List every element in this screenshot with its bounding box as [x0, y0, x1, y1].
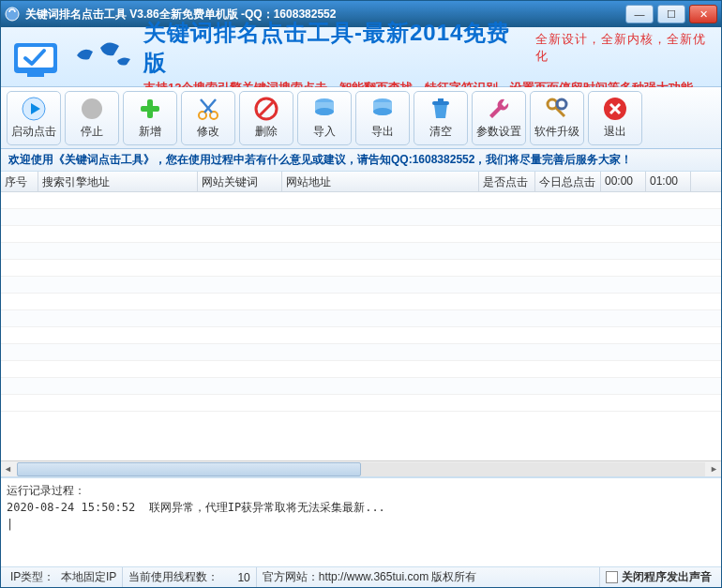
scroll-track[interactable] [17, 462, 705, 476]
play-icon [21, 96, 47, 122]
forbidden-icon [253, 96, 279, 122]
settings-button[interactable]: 参数设置 [472, 91, 526, 145]
svg-point-16 [315, 108, 334, 115]
table-row [1, 294, 721, 310]
svg-line-14 [260, 102, 273, 115]
db-in-icon [311, 96, 338, 122]
delete-button[interactable]: 删除 [239, 91, 293, 145]
scissors-icon [195, 96, 221, 122]
table-row [1, 226, 721, 243]
status-iptype: IP类型： 本地固定IP [5, 567, 123, 587]
x-circle-icon [602, 96, 628, 122]
col-today[interactable]: 今日总点击 [535, 172, 601, 191]
col-keyword[interactable]: 网站关键词 [198, 172, 282, 191]
edit-button[interactable]: 修改 [181, 91, 235, 145]
horizontal-scrollbar[interactable]: ◄ ► [1, 460, 721, 476]
banner: 关键词排名点击工具-最新2014免费版 全新设计，全新内核，全新优化 支持12个… [1, 27, 721, 87]
col-click[interactable]: 是否点击 [479, 172, 535, 191]
table-row [1, 209, 721, 226]
toolbar: 启动点击 停止 新增 修改 删除 导入 导出 清空 参数设置 软件升级 退出 [1, 87, 721, 149]
welcome-bar: 欢迎使用《关键词点击工具》，您在使用过程中若有什么意见或建议，请告知QQ:160… [1, 149, 721, 172]
table-row [1, 378, 721, 395]
table-body[interactable] [1, 192, 721, 460]
table-row [1, 361, 721, 378]
banner-text: 关键词排名点击工具-最新2014免费版 全新设计，全新内核，全新优化 支持12个… [143, 18, 714, 97]
import-button[interactable]: 导入 [297, 91, 352, 145]
col-h00[interactable]: 00:00 [601, 172, 646, 191]
status-sound[interactable]: 关闭程序发出声音 [600, 567, 717, 587]
sound-checkbox[interactable] [606, 571, 618, 583]
export-button[interactable]: 导出 [355, 91, 410, 145]
clear-button[interactable]: 清空 [414, 91, 468, 145]
table-header: 序号 搜索引擎地址 网站关键词 网站地址 是否点击 今日总点击 00:00 01… [1, 172, 721, 192]
banner-suffix: 全新设计，全新内核，全新优化 [535, 31, 714, 65]
table-row [1, 344, 721, 361]
wrench-icon [486, 96, 512, 122]
exit-button[interactable]: 退出 [588, 91, 642, 145]
status-site: 官方网站： http://www.365tui.com 版权所有 [257, 567, 600, 587]
log-panel[interactable]: 运行记录过程： 2020-08-24 15:50:52 联网异常，代理IP获异常… [1, 476, 721, 566]
svg-point-18 [373, 108, 392, 115]
table-row [1, 192, 721, 209]
plus-icon [137, 96, 163, 122]
col-h01[interactable]: 01:00 [646, 172, 691, 191]
banner-logo [8, 34, 72, 81]
svg-point-6 [82, 98, 102, 119]
upgrade-button[interactable]: 软件升级 [530, 91, 584, 145]
stop-icon [79, 96, 105, 122]
scroll-right-arrow[interactable]: ► [706, 462, 722, 476]
table-row [1, 327, 721, 344]
statusbar: IP类型： 本地固定IP 当前使用线程数： 10 官方网站： http://ww… [1, 566, 721, 587]
col-url[interactable]: 网站地址 [282, 172, 479, 191]
table-row [1, 395, 721, 412]
table-row [1, 243, 721, 260]
banner-title: 关键词排名点击工具-最新2014免费版 [143, 18, 522, 78]
stop-button[interactable]: 停止 [65, 91, 119, 145]
db-out-icon [369, 96, 396, 122]
main-window: 关键词排名点击工具 V3.86全新免费单机版 -QQ：1608382552 — … [0, 0, 722, 588]
svg-rect-20 [438, 98, 444, 102]
trash-icon [428, 96, 454, 122]
scroll-thumb[interactable] [17, 462, 361, 476]
app-icon [5, 7, 20, 22]
table-row [1, 277, 721, 294]
start-button[interactable]: 启动点击 [7, 91, 61, 145]
col-engine[interactable]: 搜索引擎地址 [38, 172, 198, 191]
svg-point-23 [557, 99, 566, 109]
status-threads: 当前使用线程数： 10 [123, 567, 256, 587]
keys-icon [544, 96, 570, 122]
svg-rect-3 [27, 73, 44, 77]
scroll-left-arrow[interactable]: ◄ [0, 462, 16, 476]
table-row [1, 260, 721, 277]
table-row [1, 310, 721, 327]
add-button[interactable]: 新增 [123, 91, 177, 145]
col-index[interactable]: 序号 [1, 172, 38, 191]
svg-rect-8 [141, 106, 159, 112]
bird-icon [72, 37, 138, 78]
